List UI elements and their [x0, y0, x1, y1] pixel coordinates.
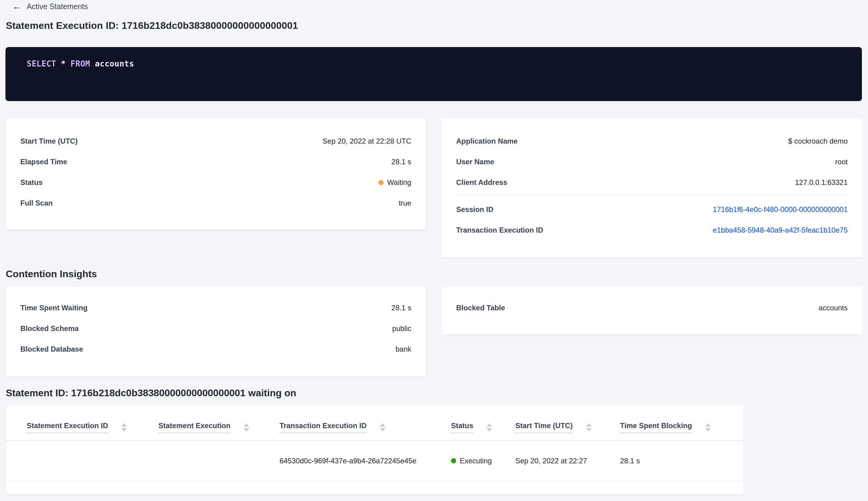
- blocked-database-value: bank: [395, 345, 411, 353]
- application-name-value: $ cockroach demo: [788, 137, 848, 146]
- column-header-time-spent-blocking-label[interactable]: Time Spent Blocking: [620, 422, 692, 433]
- blocked-schema-value: public: [392, 324, 411, 333]
- back-link-label: Active Statements: [27, 2, 88, 11]
- contention-blocked-card: Blocked Table accounts: [441, 286, 862, 335]
- session-card-divider: [456, 195, 848, 195]
- sort-carets-icon[interactable]: [487, 423, 492, 431]
- time-spent-waiting-row: Time Spent Waiting 28.1 s: [20, 298, 411, 318]
- status-value: Waiting: [378, 178, 411, 187]
- cell-status-text: Executing: [460, 457, 492, 465]
- execution-details-card: Start Time (UTC) Sep 20, 2022 at 22:28 U…: [6, 118, 426, 230]
- full-scan-row: Full Scan true: [20, 193, 411, 213]
- session-details-card: Application Name $ cockroach demo User N…: [441, 118, 862, 257]
- blocked-table-value: accounts: [818, 303, 848, 312]
- application-name-row: Application Name $ cockroach demo: [456, 131, 848, 151]
- blocked-schema-row: Blocked Schema public: [20, 318, 411, 339]
- column-header-time-spent-blocking: Time Spent Blocking: [620, 422, 735, 433]
- session-id-link[interactable]: 1716b1f6-4e0c-f480-0000-000000000001: [713, 205, 848, 214]
- client-address-value: 127.0.0.1:63321: [795, 178, 848, 187]
- session-id-label: Session ID: [456, 205, 493, 214]
- cell-start-time: Sep 20, 2022 at 22:27: [516, 457, 620, 465]
- sql-statement-text: SELECT * FROM accounts: [27, 59, 841, 68]
- elapsed-time-value: 28.1 s: [391, 158, 411, 166]
- waiting-on-table: Statement Execution ID Statement Executi…: [6, 405, 744, 494]
- blocked-table-label: Blocked Table: [456, 303, 505, 312]
- sort-carets-icon[interactable]: [586, 423, 592, 431]
- user-name-row: User Name root: [456, 151, 848, 172]
- column-header-transaction-execution-id-label[interactable]: Transaction Execution ID: [280, 422, 367, 433]
- sql-keyword-from: FROM: [70, 59, 90, 68]
- column-header-status: Status: [451, 422, 516, 433]
- user-name-label: User Name: [456, 158, 494, 166]
- table-row: 64530d0c-969f-437e-a9b4-26a72245e45e Exe…: [6, 441, 743, 481]
- column-header-statement-execution-id: Statement Execution ID: [27, 422, 159, 433]
- contention-insights-heading: Contention Insights: [6, 268, 97, 280]
- start-time-label: Start Time (UTC): [20, 137, 78, 146]
- application-name-label: Application Name: [456, 137, 518, 146]
- green-dot-icon: [451, 458, 456, 463]
- sql-star: *: [61, 59, 66, 68]
- sort-carets-icon[interactable]: [380, 423, 386, 431]
- sort-carets-icon[interactable]: [705, 423, 711, 431]
- column-header-statement-execution: Statement Execution: [159, 422, 280, 433]
- status-label: Status: [20, 178, 43, 187]
- contention-waiting-card: Time Spent Waiting 28.1 s Blocked Schema…: [6, 286, 426, 376]
- column-header-statement-execution-id-label[interactable]: Statement Execution ID: [27, 422, 108, 433]
- blocked-schema-label: Blocked Schema: [20, 324, 79, 333]
- client-address-row: Client Address 127.0.0.1:63321: [456, 172, 848, 193]
- elapsed-time-row: Elapsed Time 28.1 s: [20, 151, 411, 172]
- back-to-active-statements-link[interactable]: ← Active Statements: [12, 0, 88, 13]
- cell-status: Executing: [451, 457, 516, 465]
- sort-carets-icon[interactable]: [121, 423, 127, 431]
- blocked-database-row: Blocked Database bank: [20, 339, 411, 360]
- arrow-left-icon: ←: [12, 2, 21, 11]
- page-title: Statement Execution ID: 1716b218dc0b3838…: [6, 20, 298, 31]
- transaction-execution-id-label: Transaction Execution ID: [456, 226, 543, 234]
- time-spent-waiting-label: Time Spent Waiting: [20, 303, 87, 312]
- full-scan-value: true: [399, 199, 411, 207]
- waiting-on-heading: Statement ID: 1716b218dc0b38380000000000…: [6, 387, 296, 399]
- column-header-start-time: Start Time (UTC): [516, 422, 620, 433]
- column-header-status-label[interactable]: Status: [451, 422, 473, 433]
- column-header-start-time-label[interactable]: Start Time (UTC): [516, 422, 573, 433]
- full-scan-label: Full Scan: [20, 199, 53, 207]
- column-header-statement-execution-label[interactable]: Statement Execution: [159, 422, 230, 433]
- statement-execution-details-page: ← Active Statements Statement Execution …: [0, 0, 868, 501]
- time-spent-waiting-value: 28.1 s: [391, 303, 411, 312]
- sql-statement-box: SELECT * FROM accounts: [6, 47, 862, 101]
- cell-time-spent-blocking: 28.1 s: [620, 457, 735, 465]
- blocked-database-label: Blocked Database: [20, 345, 83, 353]
- transaction-execution-id-row: Transaction Execution ID e1bba458-5948-4…: [456, 220, 848, 241]
- session-id-row: Session ID 1716b1f6-4e0c-f480-0000-00000…: [456, 199, 848, 220]
- status-value-text: Waiting: [387, 178, 411, 187]
- sort-carets-icon[interactable]: [244, 423, 249, 431]
- orange-dot-icon: [378, 180, 384, 185]
- user-name-value: root: [835, 158, 848, 166]
- sql-table-name: accounts: [95, 59, 134, 68]
- table-header-row: Statement Execution ID Statement Executi…: [6, 406, 743, 440]
- transaction-execution-id-link[interactable]: e1bba458-5948-40a9-a42f-5feac1b10e75: [713, 226, 848, 234]
- start-time-value: Sep 20, 2022 at 22:28 UTC: [323, 137, 411, 146]
- cell-transaction-execution-id: 64530d0c-969f-437e-a9b4-26a72245e45e: [280, 457, 451, 465]
- sql-keyword-select: SELECT: [27, 59, 56, 68]
- status-row: Status Waiting: [20, 172, 411, 193]
- elapsed-time-label: Elapsed Time: [20, 158, 67, 166]
- column-header-transaction-execution-id: Transaction Execution ID: [280, 422, 451, 433]
- start-time-row: Start Time (UTC) Sep 20, 2022 at 22:28 U…: [20, 131, 411, 151]
- blocked-table-row: Blocked Table accounts: [456, 298, 848, 318]
- client-address-label: Client Address: [456, 178, 507, 187]
